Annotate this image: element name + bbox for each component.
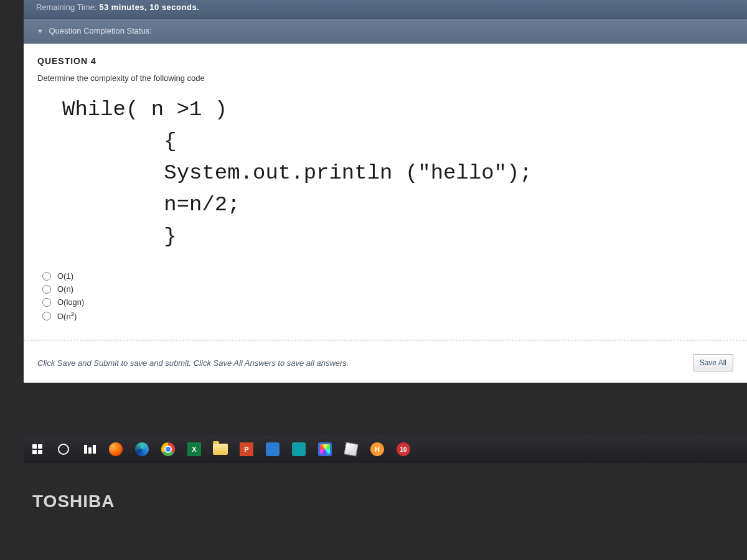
option-radio-o1[interactable] (42, 272, 51, 281)
option-radio-on2[interactable] (42, 312, 51, 320)
option-label: O(logn) (57, 297, 84, 307)
powerpoint-icon[interactable]: P (238, 441, 255, 458)
svg-rect-2 (32, 450, 37, 454)
cortana-search-icon[interactable] (55, 441, 72, 458)
app-badge-icon[interactable]: 10 (395, 441, 412, 458)
option-radio-on[interactable] (42, 285, 51, 294)
edge-icon[interactable] (133, 441, 151, 458)
timer-bar: Remaining Time: 53 minutes, 10 seconds. (24, 0, 747, 19)
task-view-icon[interactable] (81, 441, 98, 458)
option-on2[interactable]: O(n2) (42, 310, 733, 321)
instruction-text: Click Save and Submit to save and submit… (37, 358, 349, 368)
firefox-icon[interactable] (107, 441, 125, 458)
option-label: O(1) (57, 271, 73, 281)
svg-rect-1 (38, 444, 42, 449)
instruction-bar: Click Save and Submit to save and submit… (24, 340, 747, 383)
svg-rect-0 (32, 444, 37, 449)
question-card: QUESTION 4 Determine the complexity of t… (24, 44, 747, 340)
excel-icon[interactable]: X (186, 441, 203, 458)
status-label: Question Completion Status: (49, 26, 152, 35)
svg-rect-3 (38, 450, 42, 454)
app-hot-icon[interactable]: H (369, 441, 386, 458)
timer-value: 53 minutes, 10 seconds. (99, 2, 199, 12)
windows-taskbar[interactable]: X P H 10 (24, 436, 747, 463)
question-prompt: Determine the complexity of the followin… (37, 73, 733, 83)
laptop-brand-label: TOSHIBA (32, 492, 115, 511)
save-all-button[interactable]: Save All (693, 354, 733, 371)
option-on[interactable]: O(n) (42, 284, 733, 294)
question-header: QUESTION 4 (37, 56, 733, 66)
app-icon-teal[interactable] (290, 441, 308, 458)
timer-label: Remaining Time: (36, 2, 97, 12)
option-label: O(n2) (57, 310, 77, 321)
start-button[interactable] (29, 441, 46, 458)
paint-icon[interactable] (316, 441, 334, 458)
option-label: O(n) (57, 284, 73, 294)
app-icon-blue[interactable] (264, 441, 281, 458)
answer-options: O(1) O(n) O(logn) O(n2) (42, 271, 733, 321)
question-completion-status-bar[interactable]: ▼ Question Completion Status: (24, 19, 747, 44)
option-ologn[interactable]: O(logn) (42, 297, 733, 307)
chrome-icon[interactable] (159, 441, 177, 458)
file-explorer-icon[interactable] (212, 441, 229, 458)
code-block: While( n >1 ) { System.out.println ("hel… (62, 94, 733, 253)
option-o1[interactable]: O(1) (42, 271, 733, 281)
box-3d-icon[interactable] (342, 441, 360, 458)
chevron-down-icon: ▼ (36, 27, 44, 34)
option-radio-ologn[interactable] (42, 298, 51, 307)
